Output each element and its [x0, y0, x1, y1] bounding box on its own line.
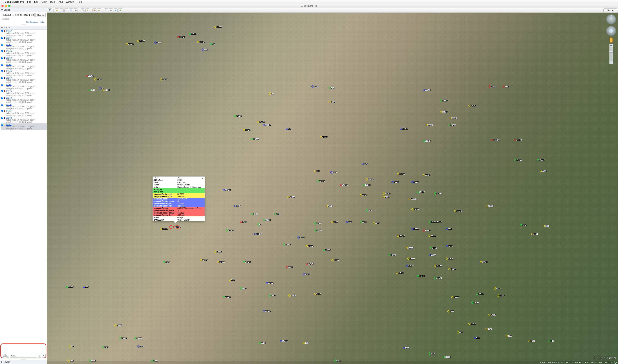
map-point[interactable] [126, 43, 128, 45]
places-item-checkbox[interactable] [1, 77, 3, 79]
map-point[interactable] [160, 228, 162, 230]
zoom-control[interactable]: + − [609, 44, 613, 64]
map-point[interactable] [286, 128, 288, 130]
panel-places-header[interactable]: Places [0, 26, 47, 29]
places-item[interactable]: 21267radius (m): XXX; notes: XXX; georef… [1, 37, 47, 43]
map-point[interactable] [362, 163, 364, 165]
map-point[interactable] [229, 279, 231, 281]
map-point[interactable] [446, 245, 448, 247]
places-item-checkbox[interactable] [1, 64, 3, 65]
places-item-checkbox[interactable] [1, 90, 3, 92]
map-point[interactable] [471, 301, 473, 304]
map-point[interactable] [254, 233, 256, 235]
places-item[interactable]: 21268radius (m): XXX; notes: XXX; georef… [1, 57, 47, 63]
splitter-handle[interactable] [0, 359, 47, 360]
map-point[interactable] [177, 36, 179, 38]
places-item-link[interactable]: 21269 [6, 77, 12, 79]
map-point[interactable] [119, 337, 121, 339]
map-point[interactable] [263, 310, 265, 312]
map-point[interactable] [103, 89, 105, 91]
places-item-link[interactable]: 21268 [6, 57, 12, 59]
map-point[interactable] [476, 293, 478, 295]
places-item-link[interactable]: 21267 [6, 37, 12, 39]
map-point[interactable] [389, 254, 391, 256]
zoom-slider-handle[interactable] [609, 51, 613, 53]
map-point[interactable] [234, 205, 236, 207]
tb-save-icon[interactable] [114, 9, 118, 12]
map-point[interactable] [446, 258, 448, 260]
map-point[interactable] [214, 250, 217, 253]
map-point[interactable] [400, 128, 402, 130]
map-point[interactable] [243, 261, 245, 263]
places-item[interactable]: 21270radius (m): XXX; notes: XXX; georef… [1, 90, 47, 97]
map-point[interactable] [430, 247, 432, 249]
map-point[interactable] [269, 294, 271, 297]
map-point[interactable] [202, 49, 204, 51]
tb-history-icon[interactable] [81, 9, 85, 12]
map-point[interactable] [434, 264, 436, 267]
map-point[interactable] [323, 249, 325, 251]
map-point[interactable] [423, 89, 425, 91]
places-item-link[interactable]: 21267 [6, 30, 12, 32]
map-point[interactable] [163, 261, 165, 263]
tb-polygon-icon[interactable] [60, 9, 64, 12]
places-item-checkbox[interactable] [1, 57, 3, 59]
map-point[interactable] [346, 221, 348, 223]
map-point[interactable] [287, 196, 289, 198]
map-point[interactable] [429, 235, 431, 237]
places-item[interactable]: 21267radius (m): XXX; notes: XXX; georef… [1, 43, 47, 50]
map-point[interactable] [440, 100, 442, 102]
map-point[interactable] [417, 191, 419, 193]
map-point[interactable] [446, 228, 448, 230]
map-point[interactable] [408, 198, 411, 200]
places-list[interactable]: 21267radius (m): XXX; notes: XXX; georef… [0, 29, 47, 353]
places-item-link[interactable]: 21269 [6, 83, 12, 86]
map-point[interactable] [331, 221, 333, 223]
places-item[interactable]: 21282radius (m): XXX; notes: XXX; georef… [1, 110, 47, 117]
map-point[interactable] [200, 259, 202, 261]
map-point[interactable] [543, 225, 545, 227]
map-point[interactable] [514, 159, 516, 161]
places-item-link[interactable]: 21270 [6, 104, 12, 106]
places-item-checkbox[interactable] [1, 104, 3, 106]
map-point[interactable] [411, 228, 414, 230]
map-point[interactable] [263, 124, 265, 126]
map-point[interactable] [280, 340, 282, 342]
map-point[interactable] [314, 222, 316, 224]
places-item-link[interactable]: 21282 [6, 110, 12, 112]
map-point[interactable] [440, 111, 442, 113]
map-point[interactable] [448, 268, 450, 270]
map-point[interactable] [83, 286, 85, 288]
map-viewport[interactable]: 1520315187896421282151923142721282133369… [47, 13, 618, 364]
tb-planet-icon[interactable] [92, 9, 96, 12]
pegman-icon[interactable] [610, 38, 613, 42]
menu-tools[interactable]: Tools [50, 0, 55, 3]
map-point[interactable] [257, 223, 259, 226]
window-close-icon[interactable] [1, 5, 4, 7]
places-item[interactable]: 21268radius (m): XXX; notes: XXX; georef… [1, 50, 47, 57]
places-item-link[interactable]: 21282 [6, 123, 12, 126]
map-point[interactable] [269, 92, 271, 95]
tb-path-icon[interactable] [64, 9, 68, 12]
map-point[interactable] [531, 233, 533, 235]
map-point[interactable] [486, 205, 488, 207]
balloon-close-icon[interactable]: × [202, 177, 204, 180]
map-point[interactable] [160, 78, 162, 80]
map-point[interactable] [450, 117, 452, 119]
map-point[interactable] [373, 222, 375, 224]
map-point[interactable] [497, 294, 499, 297]
menu-view[interactable]: View [41, 0, 47, 3]
tb-kml-icon[interactable] [118, 9, 122, 12]
map-point[interactable] [474, 337, 476, 339]
tb-sidebar-icon[interactable] [48, 9, 52, 12]
find-next-icon[interactable]: ▾ [42, 354, 46, 358]
map-point[interactable] [329, 101, 331, 103]
map-point[interactable] [114, 324, 117, 326]
map-point[interactable] [407, 258, 409, 260]
places-item[interactable]: 21268radius (m): XXX; notes: XXX; georef… [1, 64, 47, 70]
map-point[interactable] [383, 193, 385, 195]
map-point[interactable] [173, 226, 175, 228]
map-point[interactable] [134, 337, 136, 339]
zoom-in-button[interactable]: + [609, 44, 613, 47]
map-point[interactable] [99, 87, 101, 90]
